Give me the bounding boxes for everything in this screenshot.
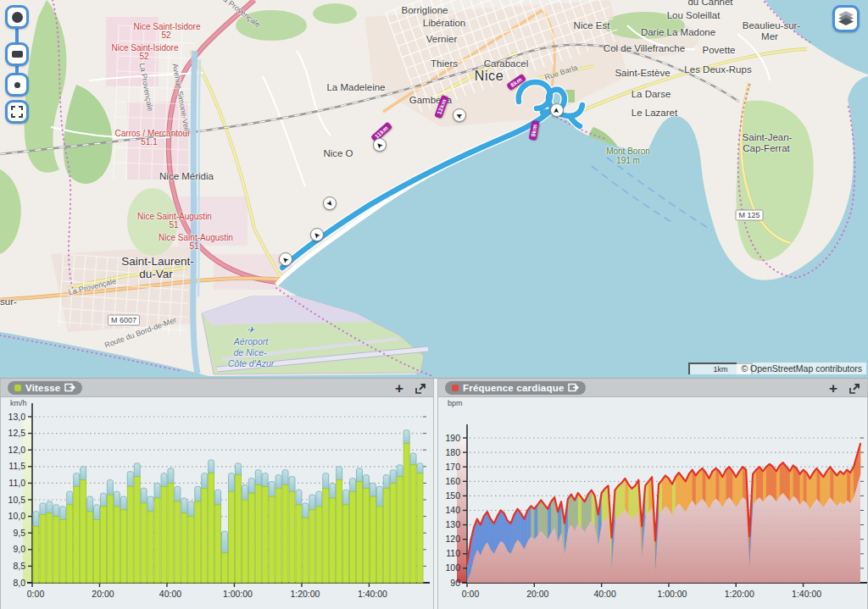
add-chart-button[interactable]: + [829,381,837,396]
svg-text:8,5: 8,5 [13,561,25,571]
heartrate-legend-swatch [452,385,459,391]
slider-handle-icon [12,51,23,58]
svg-text:130: 130 [445,519,460,529]
green-area [127,188,178,256]
popout-arrow-icon [415,383,426,394]
svg-text:100: 100 [445,562,460,573]
svg-text:1:40:00: 1:40:00 [792,589,821,599]
layers-button[interactable] [832,5,860,32]
svg-text:10,5: 10,5 [8,495,26,505]
speed-chart-title: Vitesse [25,383,60,393]
svg-text:12,0: 12,0 [8,445,26,455]
svg-text:1:20:00: 1:20:00 [725,589,754,599]
charts-row: Vitesse + [0,378,868,609]
svg-text:160: 160 [445,476,460,486]
svg-text:1:20:00: 1:20:00 [290,589,320,599]
svg-text:1:00:00: 1:00:00 [223,589,253,599]
svg-text:120: 120 [445,534,460,544]
svg-text:90: 90 [450,578,460,588]
urban-patch [178,197,248,246]
heartrate-chart-selector[interactable]: Fréquence cardiaque [445,381,586,395]
svg-text:0:00: 0:00 [462,589,480,599]
speed-chart-selector[interactable]: Vitesse [8,381,82,395]
green-area [313,3,357,24]
svg-text:13,0: 13,0 [8,412,26,422]
svg-text:10,0: 10,0 [8,511,26,521]
speed-chart-panel: Vitesse + [0,379,434,609]
fullscreen-button[interactable] [5,100,29,124]
svg-text:190: 190 [445,433,460,443]
fullscreen-icon [11,106,23,118]
speed-chart-header: Vitesse + [1,379,433,397]
svg-text:9,5: 9,5 [13,528,25,538]
speed-chart[interactable]: 13,012,512,011,511,010,510,09,59,08,58,0… [1,397,433,609]
map-canvas[interactable] [0,0,868,378]
svg-text:1:40:00: 1:40:00 [358,589,387,599]
svg-text:180: 180 [445,447,460,457]
var-river-braid [198,59,200,296]
heartrate-chart-header: Fréquence cardiaque + [438,379,867,397]
svg-text:0:00: 0:00 [27,589,45,599]
heartrate-chart-panel: Fréquence cardiaque + [437,379,868,609]
zoom-min-icon [14,82,20,88]
svg-text:8,0: 8,0 [13,578,25,588]
add-chart-button[interactable]: + [395,381,403,396]
speed-legend-swatch [14,385,21,391]
svg-text:40:00: 40:00 [593,589,615,599]
popout-chart-button[interactable] [849,383,860,394]
popout-arrow-icon [849,383,860,394]
svg-text:12,5: 12,5 [8,428,26,438]
green-area [604,12,685,39]
layers-icon [837,11,854,26]
svg-text:170: 170 [445,462,460,472]
zoom-slider-handle[interactable] [5,42,29,66]
svg-text:9,0: 9,0 [13,544,25,554]
map-attribution[interactable]: © OpenStreetMap contributors [737,363,866,374]
svg-text:bpm: bpm [448,399,463,407]
map[interactable]: BorriglioneLibérationVernierThiersCaraba… [0,0,868,378]
svg-text:km/h: km/h [10,399,27,407]
svg-text:110: 110 [446,548,460,558]
heartrate-chart-title: Fréquence cardiaque [463,383,564,393]
green-area [236,10,307,41]
popout-chart-button[interactable] [415,383,426,394]
activity-viewer: BorriglioneLibérationVernierThiersCaraba… [0,0,868,609]
scale-label: 1km [713,365,727,374]
heartrate-chart[interactable]: 190180170160150140130120110100900:0020:0… [438,397,867,609]
svg-text:20:00: 20:00 [92,589,114,599]
svg-text:150: 150 [445,490,460,501]
popout-icon [568,383,579,392]
svg-text:11,5: 11,5 [8,461,25,471]
zoom-max-icon [12,12,23,23]
popout-icon [64,383,75,392]
zoom-in-button[interactable] [5,5,29,29]
svg-text:1:00:00: 1:00:00 [657,589,687,599]
zoom-out-button[interactable] [5,73,29,97]
svg-text:20:00: 20:00 [526,589,548,599]
svg-text:40:00: 40:00 [159,589,181,599]
svg-text:140: 140 [445,505,460,515]
svg-text:11,0: 11,0 [8,478,25,488]
